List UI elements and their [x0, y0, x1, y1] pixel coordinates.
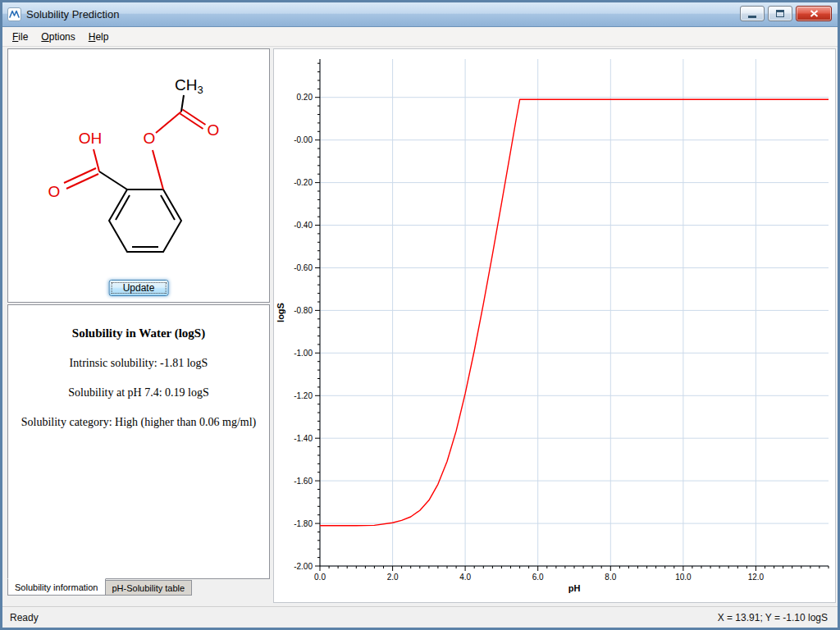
menu-item-file[interactable]: File [6, 29, 34, 45]
svg-text:-0.80: -0.80 [294, 306, 313, 315]
info-heading: Solubility in Water (logS) [8, 326, 269, 340]
status-coordinates: X = 13.91; Y = -1.10 logS [718, 612, 828, 623]
benzene-ring [109, 189, 181, 252]
ester-oxygen-label: O [144, 130, 156, 147]
statusbar: Ready X = 13.91; Y = -1.10 logS [2, 606, 838, 628]
svg-text:-0.20: -0.20 [294, 178, 313, 187]
svg-text:6.0: 6.0 [532, 573, 544, 582]
intrinsic-solubility-line: Intrinsic solubility: -1.81 logS [8, 357, 269, 370]
svg-text:10.0: 10.0 [675, 573, 692, 582]
maximize-button[interactable] [768, 6, 792, 21]
carboxyl-oxygen-label: O [48, 183, 61, 200]
aspirin-structure: OH O O O CH3 [8, 51, 269, 274]
menu-item-options[interactable]: Options [34, 29, 81, 45]
menu-item-help[interactable]: Help [82, 29, 116, 45]
app-icon [7, 7, 21, 21]
maximize-icon [776, 10, 784, 17]
tab-strip: Solubility information pH-Solubility tab… [7, 579, 192, 596]
carbonyl-oxygen-label: O [208, 121, 220, 139]
info-panel: Solubility in Water (logS) Intrinsic sol… [7, 304, 270, 579]
close-icon [810, 10, 819, 17]
app-window: Solubility Prediction File Options Help [0, 0, 840, 630]
window-title: Solubility Prediction [26, 8, 119, 21]
solubility-at-ph-line: Solubility at pH 7.4: 0.19 logS [8, 386, 269, 399]
svg-text:-1.20: -1.20 [294, 391, 313, 400]
svg-text:pH: pH [568, 583, 581, 593]
svg-text:8.0: 8.0 [605, 573, 616, 582]
svg-text:0.0: 0.0 [314, 573, 326, 582]
solubility-category-line: Solubility category: High (higher than 0… [8, 416, 269, 429]
svg-text:4.0: 4.0 [459, 573, 471, 582]
methyl-label: CH3 [175, 76, 203, 96]
svg-text:-1.00: -1.00 [294, 349, 313, 358]
client-area: OH O O O CH3 Update Solubility in Water … [2, 47, 838, 606]
svg-text:-1.40: -1.40 [294, 434, 313, 443]
svg-text:2.0: 2.0 [387, 573, 399, 582]
minimize-button[interactable] [740, 6, 765, 21]
close-button[interactable] [796, 6, 832, 21]
svg-text:-2.00: -2.00 [294, 562, 313, 571]
svg-text:-0.40: -0.40 [294, 221, 313, 230]
titlebar[interactable]: Solubility Prediction [2, 2, 838, 27]
status-ready: Ready [10, 612, 39, 623]
svg-text:12.0: 12.0 [748, 573, 765, 582]
svg-text:-1.80: -1.80 [294, 519, 313, 528]
caption-buttons [740, 6, 832, 21]
svg-text:logS: logS [276, 303, 285, 322]
tab-ph-solubility-table[interactable]: pH-Solubility table [106, 580, 193, 596]
hydroxyl-label: OH [79, 130, 103, 147]
svg-text:0.20: 0.20 [297, 93, 313, 102]
update-button[interactable]: Update [109, 280, 169, 296]
structure-panel: OH O O O CH3 Update [7, 48, 270, 303]
minimize-icon [748, 16, 756, 18]
menubar: File Options Help [2, 27, 838, 47]
svg-text:-0.60: -0.60 [294, 263, 313, 272]
solubility-chart[interactable]: 0.02.04.06.08.010.012.00.20-0.00-0.20-0.… [274, 49, 835, 602]
svg-text:-1.60: -1.60 [294, 477, 313, 486]
chart-panel: 0.02.04.06.08.010.012.00.20-0.00-0.20-0.… [273, 48, 836, 603]
svg-text:-0.00: -0.00 [294, 135, 313, 144]
tab-solubility-information[interactable]: Solubility information [7, 578, 106, 596]
